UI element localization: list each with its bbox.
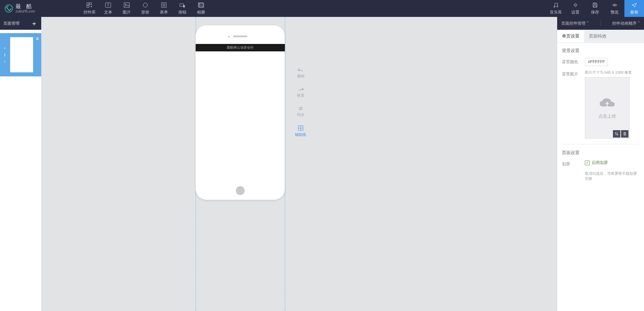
enable-swipe-checkbox[interactable]: ✓ 启用划屏: [585, 160, 608, 166]
pages-panel: 页面管理 ＋ ▲ 1 ▼ ≡: [0, 17, 42, 311]
checkmark-icon: ✓: [585, 161, 590, 165]
phone-titlebar: 最酷网云场景创作: [196, 44, 285, 51]
brand-name: 最 酷: [16, 4, 35, 9]
album-icon: [198, 2, 204, 8]
svg-point-7: [125, 4, 126, 5]
ctool-label: 恢复: [297, 93, 304, 98]
tool-label: 控件库: [83, 9, 96, 15]
svg-point-19: [574, 4, 576, 6]
redo-button[interactable]: 恢复: [295, 87, 306, 98]
bg-color-label: 背景颜色: [562, 58, 580, 65]
publish-icon: [631, 2, 637, 8]
tab-page-effects[interactable]: 页面特效: [584, 30, 611, 43]
svg-text:T: T: [107, 3, 109, 7]
tool-label: 表单: [160, 9, 168, 15]
svg-marker-8: [143, 3, 147, 7]
tool-settings[interactable]: 设置: [566, 0, 585, 17]
music-icon: [553, 2, 559, 8]
tool-label: 保存: [591, 9, 599, 15]
image-icon: [124, 2, 130, 8]
tool-form[interactable]: 表单: [155, 2, 173, 15]
bg-color-input[interactable]: [585, 58, 608, 66]
tool-label: 按钮: [178, 9, 187, 15]
enable-swipe-text: 启用划屏: [592, 160, 608, 166]
tool-label: 形状: [141, 9, 149, 15]
logo: 最 酷 zuikuH5.com: [0, 4, 40, 13]
bg-image-hint: 图片尺寸为 640 X 1008 像素: [585, 70, 639, 75]
tool-preview[interactable]: 预览: [605, 0, 624, 17]
add-page-button[interactable]: ＋: [30, 20, 38, 27]
svg-rect-21: [594, 5, 596, 7]
tool-label: 预览: [611, 9, 619, 15]
tool-album[interactable]: 相册: [192, 2, 210, 15]
swipe-note: 取消勾选后，当前屏将不能划屏切换: [585, 171, 639, 181]
tool-text[interactable]: T 文本: [99, 2, 118, 15]
guides-button[interactable]: 辅助线: [295, 125, 306, 137]
button-icon: [179, 2, 185, 8]
pages-panel-header: 页面管理 ＋: [0, 17, 41, 30]
page-section-title: 页面设置: [562, 150, 639, 156]
tool-image[interactable]: 图片: [118, 2, 136, 15]
phone-frame: 最酷网云场景创作: [196, 25, 285, 200]
widgets-icon: ▾: [86, 2, 93, 8]
crop-button[interactable]: [613, 130, 620, 138]
page-number: 1: [4, 53, 6, 57]
bg-upload-box[interactable]: 点击上传: [585, 77, 629, 139]
page-reorder: ▲ 1 ▼: [2, 46, 7, 63]
phone-home-icon: [236, 186, 245, 195]
tool-label: 发布: [630, 9, 638, 15]
tool-publish[interactable]: 发布: [624, 0, 644, 17]
tool-button[interactable]: 按钮: [173, 2, 192, 15]
chevron-down-icon: ˅: [587, 21, 589, 26]
page-thumbnail[interactable]: [10, 37, 33, 72]
guide-line-right: [285, 17, 285, 311]
eye-icon: [612, 2, 618, 8]
page-menu-icon[interactable]: ≡: [36, 37, 39, 40]
ctool-label: 辅助线: [295, 132, 306, 137]
pages-panel-title: 页面管理: [3, 21, 20, 26]
svg-rect-0: [87, 3, 89, 5]
tool-label: 相册: [197, 9, 205, 15]
phone-speaker-icon: [233, 35, 247, 37]
tab-single-page[interactable]: 单页设置: [557, 30, 584, 43]
chevron-down-icon: ˅: [638, 21, 640, 26]
sync-button[interactable]: 同步: [295, 106, 306, 117]
ctool-label: 同步: [297, 112, 304, 117]
canvas-area[interactable]: 最酷网云场景创作 撤销 恢复 同步 辅助线: [42, 17, 557, 311]
text-icon: T: [105, 2, 111, 8]
widget-mgmt-dropdown[interactable]: 页面控件管理 ˅: [561, 21, 589, 26]
right-panel-tabs: 单页设置 页面特效: [557, 30, 644, 43]
svg-text:▾: ▾: [91, 5, 92, 8]
tool-save[interactable]: 保存: [585, 0, 605, 17]
move-down-icon[interactable]: ▼: [3, 60, 6, 63]
anim-order-dropdown[interactable]: 控件动画顺序 ˅: [612, 21, 640, 26]
move-up-icon[interactable]: ▲: [3, 46, 6, 49]
page-entry[interactable]: ▲ 1 ▼ ≡: [0, 33, 41, 76]
page-list: ▲ 1 ▼ ≡: [0, 30, 41, 80]
phone-title: 最酷网云场景创作: [227, 45, 254, 50]
main-area: 页面管理 ＋ ▲ 1 ▼ ≡ 最酷网云场景创作: [0, 17, 644, 311]
separator: [600, 21, 601, 26]
tool-shape[interactable]: 形状: [136, 2, 155, 15]
right-panel-body: 背景设置 背景颜色 背景图片 图片尺寸为 640 X 1008 像素 点击上传: [557, 43, 644, 186]
divider: [562, 144, 639, 144]
form-icon: [161, 2, 167, 8]
tool-label: 设置: [571, 9, 579, 15]
svg-rect-20: [594, 3, 596, 4]
bg-section-title: 背景设置: [562, 48, 639, 54]
svg-point-22: [614, 4, 615, 6]
main-toolbar: ▾ 控件库 T 文本 图片 形状 表单: [80, 2, 210, 15]
save-icon: [592, 2, 598, 8]
ctool-label: 撤销: [297, 74, 304, 79]
undo-button[interactable]: 撤销: [295, 68, 306, 79]
right-panel-header: 页面控件管理 ˅ 控件动画顺序 ˅: [557, 17, 644, 30]
delete-button[interactable]: [621, 130, 628, 138]
svg-rect-1: [90, 3, 92, 5]
tool-music[interactable]: 音乐库: [546, 0, 566, 17]
right-toolbar: 音乐库 设置 保存 预览 发布: [546, 0, 644, 17]
bg-image-label: 背景图片: [562, 70, 580, 77]
cloud-upload-icon: [597, 96, 617, 110]
tool-widgets[interactable]: ▾ 控件库: [80, 2, 99, 15]
shape-icon: [142, 2, 148, 8]
right-panel: 页面控件管理 ˅ 控件动画顺序 ˅ 单页设置 页面特效 背景设置 背景颜色 背景…: [557, 17, 644, 311]
